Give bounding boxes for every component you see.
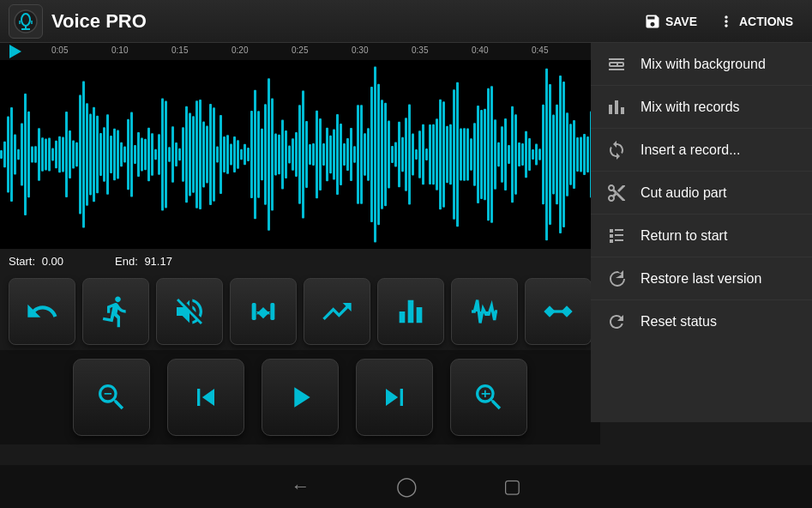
svg-rect-138: [449, 124, 452, 185]
svg-rect-8: [3, 142, 6, 168]
start-value: 0.00: [42, 255, 63, 268]
svg-rect-9: [7, 116, 9, 192]
svg-rect-54: [161, 99, 164, 211]
svg-rect-96: [305, 121, 308, 188]
svg-rect-141: [460, 128, 462, 180]
timeline-marker-1: 0:05: [51, 45, 68, 55]
timeline-marker-7: 0:35: [412, 45, 428, 55]
svg-rect-16: [31, 146, 33, 162]
skip-back-button[interactable]: [167, 359, 244, 436]
run-button[interactable]: [82, 278, 149, 345]
level-button[interactable]: [304, 278, 370, 345]
save-label: SAVE: [665, 15, 697, 28]
start-label: Start: 0.00: [9, 255, 63, 268]
svg-rect-74: [230, 144, 232, 166]
play-button[interactable]: [262, 359, 339, 436]
menu-item-mix-records[interactable]: Mix with records: [591, 86, 812, 129]
svg-rect-158: [518, 142, 520, 166]
svg-rect-87: [274, 133, 277, 175]
equalizer-icon: [394, 294, 428, 329]
svg-rect-115: [370, 87, 373, 222]
svg-rect-174: [573, 120, 575, 189]
svg-rect-90: [285, 130, 287, 178]
svg-rect-30: [79, 95, 81, 215]
skip-forward-button[interactable]: [356, 359, 433, 436]
svg-rect-177: [583, 134, 586, 175]
menu-item-restore-last[interactable]: Restore last version: [591, 257, 812, 300]
more-icon: [718, 13, 735, 30]
svg-rect-12: [17, 149, 20, 160]
svg-rect-142: [463, 128, 466, 180]
waveform-container[interactable]: 0:05 0:10 0:15 0:20 0:25 0:30 0:35 0:40 …: [0, 43, 600, 249]
end-value: 91.17: [144, 255, 172, 268]
svg-rect-7: [0, 150, 3, 159]
svg-rect-10: [10, 107, 13, 202]
svg-rect-109: [350, 128, 352, 181]
svg-rect-83: [261, 129, 263, 180]
svg-rect-104: [333, 129, 335, 179]
mute-icon: [172, 294, 207, 329]
position-info: Start: 0.00 End: 91.17: [0, 249, 600, 273]
app-header: Voice PRO SAVE ACTIONS: [0, 0, 812, 43]
menu-insert-record-label: Insert a record...: [641, 142, 741, 158]
svg-rect-107: [343, 143, 346, 166]
menu-item-reset-status[interactable]: Reset status: [591, 300, 812, 343]
svg-rect-157: [514, 114, 517, 194]
svg-rect-47: [137, 132, 140, 177]
svg-rect-172: [566, 112, 568, 196]
waveform-edit-button[interactable]: [451, 278, 518, 345]
zoom-in-button[interactable]: [450, 359, 527, 436]
svg-rect-108: [346, 138, 349, 171]
svg-rect-129: [418, 130, 421, 178]
svg-rect-143: [466, 129, 469, 181]
pitch-button[interactable]: [230, 278, 297, 345]
svg-rect-72: [223, 136, 226, 172]
svg-rect-69: [213, 107, 215, 201]
actions-button[interactable]: ACTIONS: [707, 8, 803, 35]
svg-rect-13: [21, 124, 23, 186]
trim-icon: [541, 294, 575, 329]
zoom-out-icon: [94, 380, 129, 414]
mute-button[interactable]: [156, 278, 223, 345]
svg-rect-94: [298, 105, 301, 203]
svg-rect-51: [151, 133, 153, 176]
svg-rect-144: [470, 138, 472, 170]
svg-rect-38: [106, 114, 109, 194]
svg-rect-34: [93, 107, 95, 203]
svg-rect-77: [240, 149, 243, 160]
svg-rect-99: [316, 111, 318, 199]
waveform-display[interactable]: [0, 60, 600, 249]
level-icon: [320, 294, 354, 329]
nav-back-button[interactable]: ←: [292, 475, 310, 498]
svg-rect-11: [14, 134, 16, 174]
undo-button[interactable]: [9, 278, 75, 345]
menu-item-return-start[interactable]: Return to start: [591, 215, 812, 257]
svg-rect-71: [220, 115, 222, 194]
menu-item-cut-audio[interactable]: Cut audio part: [591, 172, 812, 215]
menu-reset-status-label: Reset status: [641, 314, 717, 330]
svg-rect-156: [511, 106, 514, 203]
svg-rect-41: [117, 130, 119, 179]
svg-rect-42: [120, 142, 123, 166]
nav-home-button[interactable]: ◯: [396, 475, 418, 498]
svg-rect-140: [456, 82, 459, 227]
svg-rect-167: [549, 84, 551, 225]
menu-item-mix-bg[interactable]: Mix with background: [591, 43, 812, 86]
svg-rect-58: [175, 142, 177, 166]
nav-recent-button[interactable]: ▢: [503, 475, 521, 498]
svg-rect-22: [51, 148, 54, 161]
menu-item-insert-record[interactable]: Insert a record...: [591, 129, 812, 172]
svg-rect-61: [185, 106, 188, 203]
svg-rect-64: [195, 100, 198, 208]
svg-rect-68: [209, 104, 212, 205]
svg-rect-45: [130, 112, 133, 197]
svg-rect-161: [528, 138, 531, 171]
zoom-out-button[interactable]: [73, 359, 150, 436]
svg-rect-17: [34, 146, 37, 162]
svg-rect-89: [281, 119, 284, 189]
trim-button[interactable]: [525, 278, 592, 345]
save-button[interactable]: SAVE: [634, 8, 707, 35]
svg-rect-73: [226, 135, 229, 173]
equalizer-button[interactable]: [377, 278, 444, 345]
svg-rect-114: [367, 128, 370, 181]
